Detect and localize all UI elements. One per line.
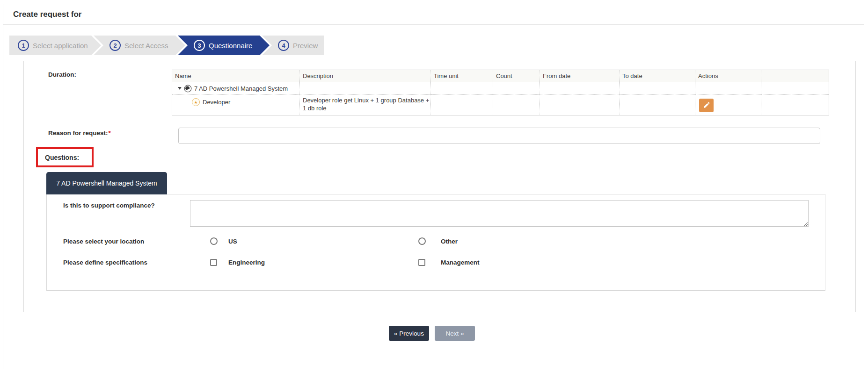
radio-other-label: Other: [441, 238, 458, 245]
column-header-time-unit: Time unit: [431, 70, 493, 82]
cell-blank: [761, 82, 829, 95]
cell-description: [300, 82, 431, 95]
radio-other[interactable]: [418, 237, 426, 245]
column-header-from-date: From date: [540, 70, 620, 82]
reason-for-request-label: Reason for request:*: [48, 129, 111, 136]
page-title: Create request for: [13, 10, 81, 19]
checkbox-engineering-label: Engineering: [228, 259, 265, 266]
previous-button[interactable]: « Previous: [389, 326, 429, 341]
cell-from-date: [540, 82, 620, 95]
column-header-actions: Actions: [695, 70, 761, 82]
question-compliance-label: Is this to support compliance?: [63, 202, 155, 209]
checkbox-engineering[interactable]: [210, 259, 217, 266]
checkbox-management[interactable]: [418, 259, 425, 266]
edit-duration-button[interactable]: [699, 99, 714, 112]
table-row-role: ★ Developer Developer role get Linux + 1…: [172, 95, 829, 115]
next-button[interactable]: Next »: [435, 326, 475, 341]
column-header-description: Description: [300, 70, 431, 82]
header-divider: [3, 24, 864, 25]
duration-table: Name Description Time unit Count From da…: [172, 70, 829, 115]
cell-to-date: [620, 95, 695, 115]
step-label: Questionnaire: [209, 42, 252, 50]
cell-description: Developer role get Linux + 1 group Datab…: [300, 95, 431, 115]
radio-us[interactable]: [210, 237, 218, 245]
step-number-badge: 4: [278, 40, 289, 51]
cell-time-unit: [431, 95, 493, 115]
column-header-blank: [761, 70, 829, 82]
question-location-label: Please select your location: [63, 238, 144, 245]
red-highlight-box: Questions:: [36, 147, 94, 167]
wizard-step-select-application[interactable]: 1 Select application: [9, 36, 101, 55]
tab-7-ad-powershell-managed-system[interactable]: 7 AD Powershell Managed System: [46, 172, 167, 194]
duration-table-header-row: Name Description Time unit Count From da…: [172, 70, 829, 82]
radio-us-label: US: [228, 238, 237, 245]
column-header-name: Name: [172, 70, 300, 82]
reason-for-request-input[interactable]: [178, 128, 820, 144]
column-header-to-date: To date: [620, 70, 695, 82]
step-label: Select application: [33, 42, 88, 50]
application-icon: [184, 85, 192, 93]
cell-count: [493, 82, 540, 95]
wizard-steps: 1 Select application 2 Select Access 3 Q…: [9, 36, 324, 55]
checkbox-management-label: Management: [441, 259, 480, 266]
column-header-count: Count: [493, 70, 540, 82]
compliance-answer-textarea[interactable]: [190, 200, 809, 227]
cell-to-date: [620, 82, 695, 95]
wizard-step-questionnaire[interactable]: 3 Questionnaire: [178, 36, 270, 55]
cell-actions: [695, 95, 761, 115]
step-label: Select Access: [124, 42, 168, 50]
questions-label: Questions:: [45, 154, 79, 161]
table-row-application: 7 AD Powershell Managed System: [172, 82, 829, 95]
questionnaire-panel: Is this to support compliance? Please se…: [46, 194, 825, 291]
required-asterisk: *: [109, 129, 111, 136]
pencil-icon: [703, 102, 710, 109]
question-specifications-label: Please define specifications: [63, 259, 147, 266]
cell-actions: [695, 82, 761, 95]
cell-time-unit: [431, 82, 493, 95]
tree-expanded-icon[interactable]: [178, 87, 182, 90]
wizard-step-preview[interactable]: 4 Preview: [262, 36, 324, 55]
step-number-badge: 3: [194, 40, 205, 51]
step-number-badge: 1: [18, 40, 29, 51]
application-name[interactable]: 7 AD Powershell Managed System: [194, 85, 288, 92]
create-request-page: Create request for 1 Select application …: [0, 0, 868, 373]
step-label: Preview: [293, 42, 318, 50]
role-star-icon: ★: [192, 98, 200, 106]
questionnaire-form-panel: Duration: Name Description Time unit Cou…: [23, 61, 856, 312]
cell-blank: [761, 95, 829, 115]
cell-from-date: [540, 95, 620, 115]
role-name[interactable]: Developer: [203, 99, 230, 106]
cell-count: [493, 95, 540, 115]
wizard-step-select-access[interactable]: 2 Select Access: [94, 36, 185, 55]
duration-label: Duration:: [48, 71, 76, 78]
step-number-badge: 2: [109, 40, 121, 51]
